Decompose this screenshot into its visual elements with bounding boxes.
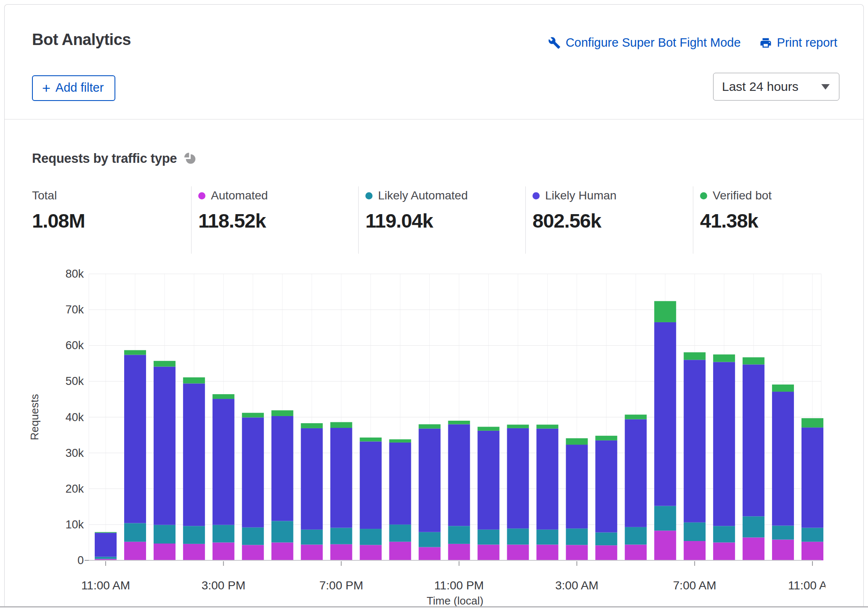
bar-segment-likely-automated-4[interactable] — [213, 525, 234, 543]
bar-segment-verified-bot-12[interactable] — [448, 421, 470, 424]
bar-segment-likely-automated-3[interactable] — [183, 526, 205, 544]
configure-super-bot-fight-mode-link[interactable]: Configure Super Bot Fight Mode — [548, 36, 741, 50]
bar-segment-likely-automated-19[interactable] — [654, 506, 676, 531]
bar-segment-likely-automated-7[interactable] — [301, 530, 323, 545]
print-report-link[interactable]: Print report — [759, 36, 837, 50]
bar-segment-likely-automated-16[interactable] — [566, 528, 588, 545]
stat-likely-automated[interactable]: Likely Automated 119.04k — [365, 189, 517, 232]
bar-segment-automated-22[interactable] — [743, 538, 764, 560]
bar-segment-likely-human-4[interactable] — [213, 399, 234, 525]
add-filter-button[interactable]: + Add filter — [32, 75, 115, 101]
bar-segment-automated-8[interactable] — [330, 544, 352, 560]
bar-segment-likely-automated-15[interactable] — [536, 530, 558, 545]
bar-segment-automated-9[interactable] — [360, 545, 382, 560]
bar-segment-likely-automated-2[interactable] — [154, 525, 176, 544]
bar-segment-likely-human-13[interactable] — [477, 431, 499, 530]
bar-segment-likely-automated-17[interactable] — [595, 533, 617, 546]
bar-segment-verified-bot-0[interactable] — [95, 532, 117, 533]
bar-segment-likely-human-19[interactable] — [654, 322, 676, 506]
bar-segment-likely-automated-21[interactable] — [713, 526, 735, 542]
bar-segment-likely-human-23[interactable] — [772, 392, 794, 525]
bar-segment-likely-human-22[interactable] — [743, 364, 764, 516]
bar-segment-verified-bot-15[interactable] — [536, 424, 558, 428]
bar-segment-automated-1[interactable] — [124, 542, 146, 560]
bar-segment-automated-19[interactable] — [654, 530, 676, 560]
bar-segment-verified-bot-19[interactable] — [654, 301, 676, 322]
bar-segment-verified-bot-18[interactable] — [625, 415, 647, 419]
bar-segment-verified-bot-10[interactable] — [389, 439, 411, 443]
stat-verified-bot[interactable]: Verified bot 41.38k — [700, 189, 852, 232]
bar-segment-verified-bot-17[interactable] — [595, 436, 617, 440]
bar-segment-automated-10[interactable] — [389, 542, 411, 560]
bar-segment-likely-human-10[interactable] — [389, 443, 411, 525]
bar-segment-likely-automated-18[interactable] — [625, 527, 647, 545]
bar-segment-verified-bot-9[interactable] — [360, 438, 382, 441]
bar-segment-likely-automated-24[interactable] — [801, 528, 823, 542]
bar-segment-likely-automated-0[interactable] — [95, 557, 117, 559]
bar-segment-likely-human-18[interactable] — [625, 419, 647, 527]
bar-segment-verified-bot-23[interactable] — [772, 385, 794, 392]
bar-segment-verified-bot-5[interactable] — [242, 413, 264, 417]
bar-segment-likely-human-16[interactable] — [566, 445, 588, 528]
bar-segment-automated-20[interactable] — [684, 541, 706, 560]
bar-segment-verified-bot-21[interactable] — [713, 355, 735, 362]
bar-segment-automated-2[interactable] — [154, 544, 176, 560]
bar-segment-likely-human-3[interactable] — [183, 383, 205, 526]
bar-segment-likely-automated-23[interactable] — [772, 525, 794, 539]
bar-segment-verified-bot-2[interactable] — [154, 361, 176, 367]
bar-segment-likely-human-24[interactable] — [801, 427, 823, 528]
bar-segment-automated-7[interactable] — [301, 545, 323, 560]
bar-segment-automated-24[interactable] — [801, 542, 823, 560]
bar-segment-likely-automated-20[interactable] — [684, 522, 706, 541]
bar-segment-likely-automated-11[interactable] — [419, 532, 441, 547]
time-range-select[interactable]: Last 24 hours — [713, 73, 839, 101]
bar-segment-automated-4[interactable] — [213, 542, 234, 560]
bar-segment-verified-bot-8[interactable] — [330, 422, 352, 428]
bar-segment-likely-human-0[interactable] — [95, 533, 117, 557]
bar-segment-automated-6[interactable] — [272, 542, 293, 560]
bar-segment-automated-12[interactable] — [448, 544, 470, 560]
bar-segment-automated-3[interactable] — [183, 544, 205, 560]
bar-segment-likely-automated-22[interactable] — [743, 516, 764, 537]
bar-segment-verified-bot-13[interactable] — [477, 427, 499, 430]
bar-segment-likely-human-11[interactable] — [419, 429, 441, 532]
bar-segment-automated-18[interactable] — [625, 545, 647, 560]
stat-likely-human[interactable]: Likely Human 802.56k — [533, 189, 684, 232]
bar-segment-automated-15[interactable] — [536, 545, 558, 560]
bar-segment-verified-bot-3[interactable] — [183, 377, 205, 383]
bar-segment-verified-bot-4[interactable] — [213, 394, 234, 399]
bar-segment-likely-human-17[interactable] — [595, 440, 617, 533]
bar-segment-verified-bot-14[interactable] — [507, 424, 529, 428]
bar-segment-likely-automated-1[interactable] — [124, 523, 146, 541]
bar-segment-verified-bot-20[interactable] — [684, 352, 706, 360]
bar-segment-likely-human-2[interactable] — [154, 366, 176, 525]
bar-segment-automated-23[interactable] — [772, 540, 794, 560]
bar-segment-likely-automated-13[interactable] — [477, 530, 499, 545]
bar-segment-verified-bot-11[interactable] — [419, 424, 441, 429]
stat-automated[interactable]: Automated 118.52k — [198, 189, 350, 232]
bar-segment-likely-automated-9[interactable] — [360, 529, 382, 545]
bar-segment-automated-16[interactable] — [566, 545, 588, 560]
bar-segment-likely-automated-6[interactable] — [272, 521, 293, 542]
bar-segment-likely-human-1[interactable] — [124, 355, 146, 523]
bar-segment-verified-bot-7[interactable] — [301, 423, 323, 428]
bar-segment-automated-14[interactable] — [507, 545, 529, 560]
bar-segment-automated-17[interactable] — [595, 545, 617, 560]
bar-segment-likely-human-21[interactable] — [713, 362, 735, 526]
bar-segment-automated-21[interactable] — [713, 542, 735, 560]
bar-segment-automated-5[interactable] — [242, 545, 264, 560]
bar-segment-likely-automated-12[interactable] — [448, 526, 470, 544]
bar-segment-likely-human-7[interactable] — [301, 428, 323, 530]
bar-segment-likely-automated-8[interactable] — [330, 528, 352, 544]
bar-segment-likely-automated-5[interactable] — [242, 528, 264, 545]
bar-segment-likely-human-5[interactable] — [242, 417, 264, 527]
bar-segment-likely-human-6[interactable] — [272, 416, 293, 521]
bar-segment-likely-human-8[interactable] — [330, 428, 352, 528]
bar-segment-likely-human-20[interactable] — [684, 360, 706, 522]
bar-segment-likely-human-9[interactable] — [360, 441, 382, 529]
bar-segment-verified-bot-1[interactable] — [124, 350, 146, 355]
bar-segment-likely-human-12[interactable] — [448, 424, 470, 526]
bar-segment-verified-bot-6[interactable] — [272, 410, 293, 416]
bar-segment-likely-automated-10[interactable] — [389, 525, 411, 542]
bar-segment-automated-11[interactable] — [419, 547, 441, 560]
